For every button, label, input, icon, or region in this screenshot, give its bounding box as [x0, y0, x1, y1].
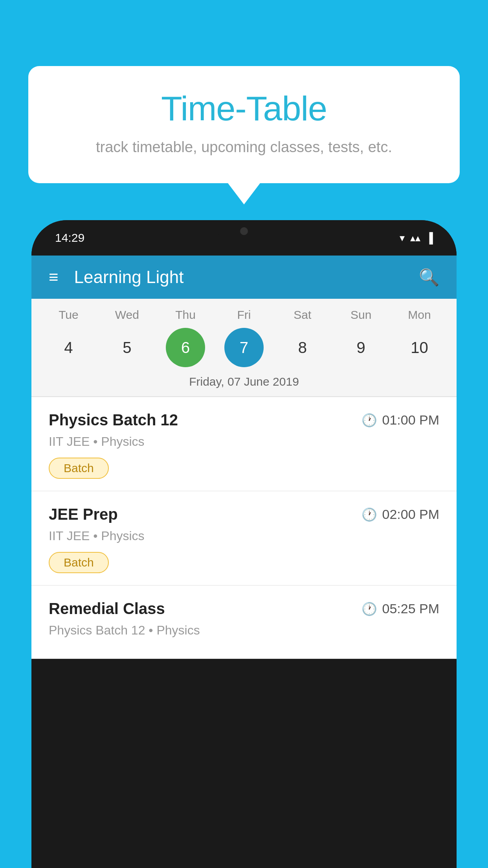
schedule-item-2[interactable]: Remedial Class 🕐 05:25 PM Physics Batch …	[31, 586, 457, 659]
item-header-2: Remedial Class 🕐 05:25 PM	[49, 600, 439, 618]
clock-icon-2: 🕐	[361, 601, 377, 616]
app-bar: ≡ Learning Light 🔍	[31, 256, 457, 299]
camera-dot	[240, 227, 248, 235]
item-header-1: JEE Prep 🕐 02:00 PM	[49, 506, 439, 523]
item-subtitle-1: IIT JEE • Physics	[49, 529, 439, 543]
clock-icon-1: 🕐	[361, 507, 377, 522]
day-num-6[interactable]: 6	[166, 328, 205, 367]
bubble-title: Time-Table	[52, 90, 436, 128]
clock-icon-0: 🕐	[361, 413, 377, 428]
item-subtitle-2: Physics Batch 12 • Physics	[49, 623, 439, 638]
day-num-4[interactable]: 4	[49, 328, 88, 367]
signal-icon: ▴▴	[410, 232, 420, 244]
item-header-0: Physics Batch 12 🕐 01:00 PM	[49, 411, 439, 429]
schedule-list: Physics Batch 12 🕐 01:00 PM IIT JEE • Ph…	[31, 397, 457, 659]
day-label-sun: Sun	[341, 308, 381, 322]
day-num-7[interactable]: 7	[224, 328, 264, 367]
selected-date-label: Friday, 07 June 2019	[31, 375, 457, 396]
day-label-fri: Fri	[224, 308, 264, 322]
item-time-2: 🕐 05:25 PM	[361, 601, 439, 616]
notch	[216, 220, 272, 242]
hamburger-icon[interactable]: ≡	[49, 269, 59, 285]
schedule-item-1[interactable]: JEE Prep 🕐 02:00 PM IIT JEE • Physics Ba…	[31, 491, 457, 586]
item-time-0: 🕐 01:00 PM	[361, 412, 439, 428]
status-bar: 14:29 ▾ ▴▴ ▐	[31, 220, 457, 256]
search-icon[interactable]: 🔍	[419, 268, 439, 287]
wifi-icon: ▾	[400, 232, 405, 244]
phone-frame: 14:29 ▾ ▴▴ ▐ ≡ Learning Light 🔍 TueWedTh…	[31, 220, 457, 868]
day-num-9[interactable]: 9	[341, 328, 381, 367]
day-num-8[interactable]: 8	[283, 328, 322, 367]
batch-tag-1: Batch	[49, 552, 109, 573]
item-time-1: 🕐 02:00 PM	[361, 507, 439, 522]
day-label-wed: Wed	[107, 308, 147, 322]
speech-bubble: Time-Table track timetable, upcoming cla…	[28, 66, 460, 183]
status-time: 14:29	[55, 231, 84, 245]
batch-tag-0: Batch	[49, 458, 109, 479]
day-label-mon: Mon	[400, 308, 439, 322]
item-subtitle-0: IIT JEE • Physics	[49, 434, 439, 449]
day-num-10[interactable]: 10	[400, 328, 439, 367]
day-label-thu: Thu	[166, 308, 205, 322]
day-num-5[interactable]: 5	[107, 328, 147, 367]
day-headers: TueWedThuFriSatSunMon	[31, 308, 457, 322]
item-title-2: Remedial Class	[49, 600, 165, 618]
battery-icon: ▐	[426, 232, 433, 244]
day-label-tue: Tue	[49, 308, 88, 322]
app-bar-title: Learning Light	[74, 267, 419, 287]
schedule-item-0[interactable]: Physics Batch 12 🕐 01:00 PM IIT JEE • Ph…	[31, 397, 457, 491]
bubble-subtitle: track timetable, upcoming classes, tests…	[52, 139, 436, 156]
status-icons: ▾ ▴▴ ▐	[400, 232, 433, 244]
day-label-sat: Sat	[283, 308, 322, 322]
day-numbers: 45678910	[31, 328, 457, 367]
calendar-strip: TueWedThuFriSatSunMon 45678910 Friday, 0…	[31, 299, 457, 397]
item-title-1: JEE Prep	[49, 506, 118, 523]
item-title-0: Physics Batch 12	[49, 411, 178, 429]
